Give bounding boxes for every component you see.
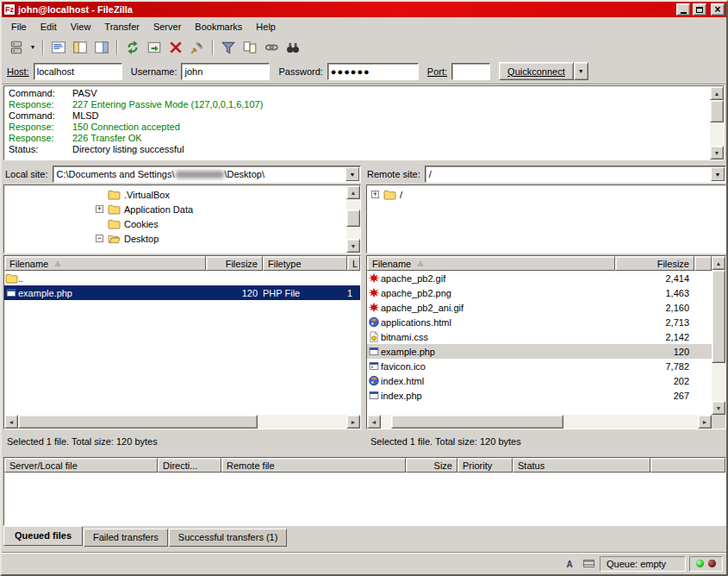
refresh-icon[interactable] — [122, 38, 143, 57]
folder-icon — [107, 203, 121, 216]
file-row[interactable]: index.php 267 — [367, 388, 712, 403]
file-row[interactable]: apache_pb2.png 1,463 — [367, 285, 712, 300]
image-file-icon — [367, 272, 381, 285]
tree-item-virtualbox[interactable]: .VirtualBox — [4, 187, 346, 202]
column-header-size[interactable]: Size — [406, 458, 457, 473]
menu-bookmarks[interactable]: Bookmarks — [188, 19, 249, 34]
username-input[interactable] — [181, 63, 270, 80]
column-header-filetype[interactable]: Filetype — [263, 256, 347, 271]
find-files-icon[interactable] — [283, 38, 303, 57]
file-row[interactable]: apache_pb2_ani.gif 2,160 — [367, 300, 712, 315]
file-row[interactable]: index.html 202 — [367, 373, 712, 388]
file-row-parent-dir[interactable]: .. — [4, 271, 360, 285]
cancel-icon[interactable] — [165, 38, 186, 57]
scrollbar-thumb[interactable] — [391, 415, 563, 429]
scroll-left-icon[interactable] — [367, 415, 381, 429]
remote-site-dropdown-icon[interactable] — [711, 167, 725, 181]
scroll-up-icon[interactable] — [710, 86, 724, 100]
remote-list-scrollbar[interactable] — [712, 256, 725, 429]
column-header-direction[interactable]: Directi... — [158, 458, 221, 473]
file-name: bitnami.css — [381, 332, 428, 342]
scrollbar-thumb[interactable] — [712, 270, 725, 363]
scroll-right-icon[interactable] — [346, 415, 360, 429]
quickconnect-button[interactable]: Quickconnect — [499, 62, 574, 80]
log-line: Command:PASV — [9, 88, 706, 99]
file-row[interactable]: applications.html 2,713 — [367, 315, 712, 329]
file-name: index.html — [381, 376, 424, 386]
column-header-filename[interactable]: Filename — [367, 256, 615, 271]
html-file-icon — [367, 375, 381, 387]
tab-queued-files[interactable]: Queued files — [3, 526, 83, 546]
log-scrollbar[interactable] — [710, 86, 724, 160]
port-input[interactable] — [451, 63, 490, 80]
scroll-down-icon[interactable] — [712, 401, 725, 415]
tree-item-cookies[interactable]: Cookies — [4, 216, 346, 231]
ico-file-icon — [367, 360, 381, 373]
scroll-down-icon[interactable] — [346, 239, 360, 253]
synchronized-browsing-icon[interactable] — [261, 38, 282, 57]
menu-view[interactable]: View — [64, 19, 98, 34]
column-header-last-modified[interactable]: L — [347, 256, 360, 271]
message-log-icon[interactable] — [48, 38, 69, 57]
file-row[interactable]: favicon.ico 7,782 — [367, 359, 712, 373]
menu-help[interactable]: Help — [249, 19, 283, 34]
file-row[interactable]: apache_pb2.gif 2,414 — [367, 271, 712, 285]
scroll-up-icon[interactable] — [712, 256, 725, 270]
tree-expand-icon[interactable]: + — [96, 205, 103, 213]
minimize-button[interactable] — [676, 3, 690, 16]
tree-item-desktop[interactable]: − Desktop — [4, 231, 346, 246]
close-icon — [714, 4, 720, 15]
column-header-filesize[interactable]: Filesize — [615, 256, 694, 271]
local-tree-scrollbar[interactable] — [346, 185, 360, 253]
local-treeview-icon[interactable] — [70, 38, 90, 57]
close-button[interactable] — [711, 3, 725, 16]
process-queue-icon[interactable] — [144, 38, 165, 57]
menu-edit[interactable]: Edit — [34, 19, 64, 34]
menu-server[interactable]: Server — [146, 19, 188, 34]
local-list-hscrollbar[interactable] — [4, 415, 360, 429]
remote-list-hscrollbar[interactable] — [367, 415, 712, 429]
quickconnect-dropdown-icon[interactable] — [574, 62, 588, 80]
tree-expand-icon[interactable]: + — [371, 191, 379, 198]
site-manager-dropdown-icon[interactable] — [28, 38, 38, 57]
column-header-filename[interactable]: Filename — [4, 256, 206, 271]
menu-transfer[interactable]: Transfer — [97, 19, 146, 34]
maximize-button[interactable] — [693, 3, 706, 16]
scroll-down-icon[interactable] — [710, 146, 724, 160]
file-name: index.php — [381, 391, 422, 401]
column-header-remote-file[interactable]: Remote file — [221, 458, 406, 473]
column-header-server-local-file[interactable]: Server/Local file — [4, 458, 158, 473]
tree-item-root[interactable]: + / — [367, 187, 725, 202]
column-header-status[interactable]: Status — [513, 458, 650, 473]
titlebar[interactable]: Fz john@localhost - FileZilla — [2, 2, 726, 17]
tree-item-application-data[interactable]: + Application Data — [4, 202, 346, 216]
menu-file[interactable]: File — [4, 19, 34, 34]
directory-comparison-icon[interactable] — [240, 38, 260, 57]
scrollbar-thumb[interactable] — [346, 210, 360, 227]
local-site-combobox[interactable]: C:\Documents and Settings\\Desktop\ — [53, 166, 361, 183]
remote-site-row: Remote site: / — [367, 166, 726, 183]
filter-icon[interactable] — [218, 38, 239, 57]
file-row[interactable]: bitnami.css 2,142 — [367, 329, 712, 344]
scroll-up-icon[interactable] — [346, 185, 360, 199]
disconnect-icon[interactable] — [187, 38, 208, 57]
remote-site-combobox[interactable]: / — [425, 166, 726, 183]
local-site-dropdown-icon[interactable] — [345, 167, 359, 181]
column-header-priority[interactable]: Priority — [457, 458, 513, 473]
column-header-filesize[interactable]: Filesize — [206, 256, 263, 271]
file-row-example-php[interactable]: example.php 120 — [367, 344, 712, 359]
scrollbar-thumb[interactable] — [18, 415, 258, 429]
scroll-right-icon[interactable] — [698, 415, 712, 429]
tree-collapse-icon[interactable]: − — [96, 235, 103, 242]
tab-successful-transfers[interactable]: Successful transfers (1) — [169, 529, 288, 547]
host-input[interactable] — [34, 63, 122, 80]
password-input[interactable] — [327, 63, 419, 80]
site-manager-icon[interactable] — [6, 38, 27, 57]
remote-treeview-icon[interactable] — [91, 38, 112, 57]
window-title: john@localhost - FileZilla — [18, 4, 674, 15]
css-file-icon — [367, 331, 381, 343]
file-row-example-php[interactable]: example.php 120 PHP File 1 — [4, 285, 360, 300]
tab-failed-transfers[interactable]: Failed transfers — [84, 529, 168, 547]
scroll-left-icon[interactable] — [4, 415, 18, 429]
scrollbar-thumb[interactable] — [710, 100, 724, 122]
